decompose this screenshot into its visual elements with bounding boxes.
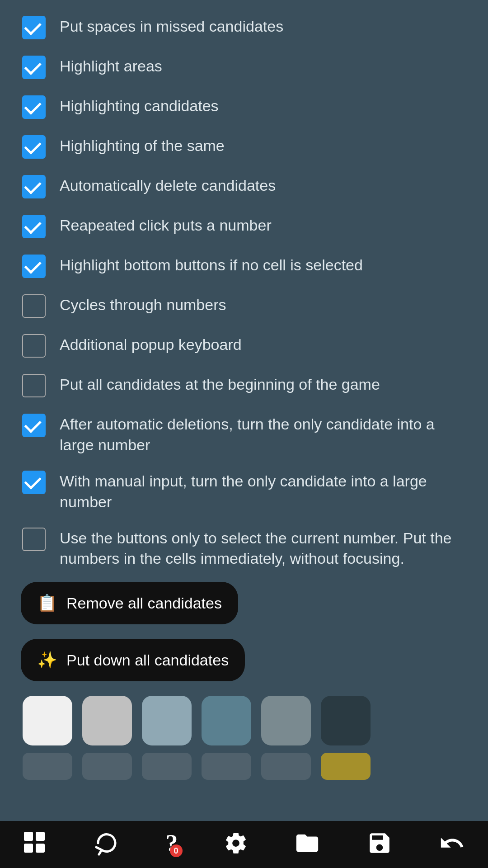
checkbox-wrap-repeated-click — [21, 213, 47, 240]
checkbox-row-highlight-bottom: Highlight bottom buttons if no cell is s… — [21, 252, 467, 279]
button-label-remove-all: Remove all candidates — [66, 594, 222, 612]
checkbox-wrap-after-auto-deletion — [21, 412, 47, 439]
swatch-1[interactable] — [23, 696, 72, 745]
settings-gear-icon — [224, 831, 248, 855]
checkbox-wrap-put-all-beginning — [21, 373, 47, 399]
checkbox-auto-delete[interactable] — [22, 175, 46, 198]
checkbox-highlighting-candidates[interactable] — [22, 95, 46, 119]
checkbox-label-put-spaces: Put spaces in missed candidates — [60, 14, 467, 37]
checkbox-put-spaces[interactable] — [22, 16, 46, 39]
button-icon-put-down-all: ✨ — [37, 651, 57, 670]
help-badge: 0 — [170, 844, 183, 857]
checkbox-label-cycles-numbers: Cycles through numbers — [60, 292, 467, 316]
swatch-small-3[interactable] — [142, 753, 192, 780]
save-icon — [366, 830, 393, 856]
checkbox-row-put-all-beginning: Put all candidates at the beginning of t… — [21, 372, 467, 399]
checkbox-row-repeated-click: Reapeated click puts a number — [21, 212, 467, 240]
checkbox-wrap-manual-input — [21, 469, 47, 495]
checkbox-wrap-put-spaces — [21, 14, 47, 41]
toolbar-undo[interactable] — [439, 830, 465, 856]
folder-icon — [294, 830, 320, 856]
checkbox-cycles-numbers[interactable] — [22, 294, 46, 318]
swatch-2[interactable] — [82, 696, 132, 745]
checkbox-put-all-beginning[interactable] — [22, 374, 46, 397]
checkbox-row-cycles-numbers: Cycles through numbers — [21, 292, 467, 319]
checkbox-manual-input[interactable] — [22, 471, 46, 494]
grid-icon — [23, 831, 47, 855]
checkbox-after-auto-deletion[interactable] — [22, 414, 46, 437]
swatch-small-1[interactable] — [23, 753, 72, 780]
checkbox-wrap-highlight-areas — [21, 54, 47, 80]
checkbox-label-auto-delete: Automatically delete candidates — [60, 173, 467, 196]
swatch-5[interactable] — [261, 696, 311, 745]
toolbar-help[interactable]: ? 0 — [166, 829, 178, 857]
checkbox-label-highlight-bottom: Highlight bottom buttons if no cell is s… — [60, 252, 467, 276]
checkbox-row-after-auto-deletion: After automatic deletions, turn the only… — [21, 411, 467, 456]
svg-rect-0 — [24, 832, 33, 841]
checkbox-label-manual-input: With manual input, turn the only candida… — [60, 468, 467, 513]
checkbox-wrap-highlighting-same — [21, 134, 47, 160]
checkbox-row-auto-delete: Automatically delete candidates — [21, 173, 467, 200]
refresh-icon — [94, 830, 120, 856]
svg-rect-2 — [24, 844, 33, 853]
checkbox-row-manual-input: With manual input, turn the only candida… — [21, 468, 467, 513]
checkbox-wrap-buttons-only-select — [21, 526, 47, 552]
checkbox-row-buttons-only-select: Use the buttons only to select the curre… — [21, 525, 467, 570]
swatch-small-6[interactable] — [321, 753, 371, 780]
checkbox-buttons-only-select[interactable] — [22, 528, 46, 551]
swatch-small-4[interactable] — [202, 753, 251, 780]
swatch-6[interactable] — [321, 696, 371, 745]
button-put-down-all[interactable]: ✨Put down all candidates — [21, 639, 245, 681]
toolbar: ? 0 — [0, 821, 488, 868]
color-swatches-row — [21, 696, 467, 745]
checkbox-highlighting-same[interactable] — [22, 135, 46, 159]
settings-content: Put spaces in missed candidatesHighlight… — [0, 0, 488, 821]
checkbox-label-highlighting-same: Highlighting of the same — [60, 133, 467, 156]
checkbox-row-highlighting-same: Highlighting of the same — [21, 133, 467, 160]
checkbox-label-buttons-only-select: Use the buttons only to select the curre… — [60, 525, 467, 570]
checkbox-row-put-spaces: Put spaces in missed candidates — [21, 14, 467, 41]
toolbar-open[interactable] — [294, 830, 320, 856]
undo-icon — [439, 830, 465, 856]
checkbox-highlight-areas[interactable] — [22, 56, 46, 79]
checkbox-label-repeated-click: Reapeated click puts a number — [60, 212, 467, 236]
checkbox-label-highlight-areas: Highlight areas — [60, 53, 467, 77]
toolbar-grid[interactable] — [23, 831, 47, 855]
toolbar-refresh[interactable] — [94, 830, 120, 856]
checkbox-label-put-all-beginning: Put all candidates at the beginning of t… — [60, 372, 467, 395]
button-label-put-down-all: Put down all candidates — [66, 651, 229, 669]
swatch-small-2[interactable] — [82, 753, 132, 780]
svg-rect-3 — [36, 844, 45, 853]
swatch-small-5[interactable] — [261, 753, 311, 780]
bottom-row-swatches — [21, 753, 467, 780]
checkbox-repeated-click[interactable] — [22, 215, 46, 238]
checkbox-additional-popup[interactable] — [22, 334, 46, 358]
checkbox-wrap-auto-delete — [21, 174, 47, 200]
checkbox-row-highlight-areas: Highlight areas — [21, 53, 467, 80]
button-remove-all[interactable]: 📋Remove all candidates — [21, 582, 238, 624]
checkbox-row-highlighting-candidates: Highlighting candidates — [21, 93, 467, 120]
swatch-4[interactable] — [202, 696, 251, 745]
checkbox-row-additional-popup: Additional popup keyboard — [21, 332, 467, 359]
checkbox-wrap-highlighting-candidates — [21, 94, 47, 120]
checkbox-label-after-auto-deletion: After automatic deletions, turn the only… — [60, 411, 467, 456]
button-icon-remove-all: 📋 — [37, 594, 57, 613]
checkbox-wrap-additional-popup — [21, 333, 47, 359]
checkbox-label-highlighting-candidates: Highlighting candidates — [60, 93, 467, 117]
checkbox-wrap-cycles-numbers — [21, 293, 47, 319]
checkbox-label-additional-popup: Additional popup keyboard — [60, 332, 467, 355]
toolbar-settings[interactable] — [224, 831, 248, 855]
checkbox-wrap-highlight-bottom — [21, 253, 47, 279]
swatch-3[interactable] — [142, 696, 192, 745]
svg-rect-1 — [36, 832, 45, 841]
checkbox-highlight-bottom[interactable] — [22, 255, 46, 278]
toolbar-save[interactable] — [366, 830, 393, 856]
